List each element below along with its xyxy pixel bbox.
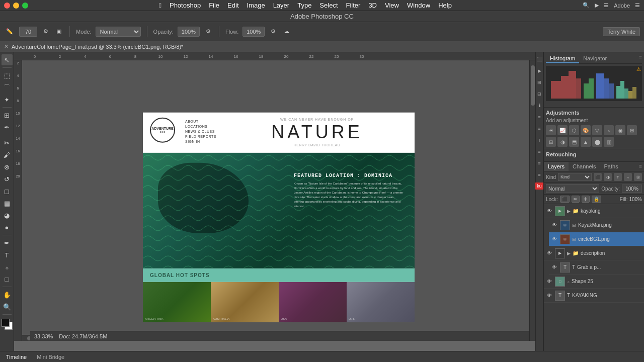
threshold-icon[interactable]: ▲ bbox=[581, 137, 591, 147]
eraser-tool[interactable]: ◻ bbox=[2, 186, 13, 197]
tab-layers[interactable]: Layers bbox=[544, 162, 569, 171]
layer-grab-p[interactable]: 👁 T T Grab a p... bbox=[549, 260, 644, 275]
channel-mixer-icon[interactable]: ⊞ bbox=[627, 125, 637, 135]
lock-all-btn[interactable]: 🔒 bbox=[592, 196, 601, 203]
brightness-contrast-icon[interactable]: ☀ bbox=[546, 125, 556, 135]
layer-description[interactable]: 👁 ▶ ▶ 📁 description bbox=[544, 246, 644, 260]
opacity-input[interactable] bbox=[178, 27, 200, 37]
lock-move-btn[interactable]: ✛ bbox=[582, 196, 590, 203]
menu-edit[interactable]: Edit bbox=[227, 2, 238, 9]
move-tool[interactable]: ↖ bbox=[2, 54, 13, 65]
vertical-scrollbar[interactable] bbox=[529, 60, 535, 341]
shape-tool[interactable]: □ bbox=[2, 274, 13, 285]
exposure-icon[interactable]: ⬡ bbox=[569, 125, 579, 135]
blend-mode-select[interactable]: Normal bbox=[546, 184, 599, 193]
text-tool[interactable]: T bbox=[2, 249, 13, 260]
clone-tool[interactable]: ⊗ bbox=[2, 161, 13, 172]
brush-shape-btn[interactable]: ▣ bbox=[54, 27, 63, 36]
crop-tool[interactable]: ⊞ bbox=[2, 110, 13, 121]
flow-btn[interactable]: ⚙ bbox=[269, 27, 278, 36]
menu-apple[interactable]:  bbox=[159, 2, 162, 9]
tab-timeline[interactable]: Timeline bbox=[4, 353, 29, 361]
rts-btn-10[interactable]: ≡ bbox=[536, 158, 543, 168]
curves-icon[interactable]: 📈 bbox=[557, 125, 568, 135]
menu-filter[interactable]: Filter bbox=[346, 2, 361, 9]
rts-btn-3[interactable]: ⊞ bbox=[536, 77, 543, 87]
user-badge[interactable]: Terry White bbox=[603, 27, 640, 36]
hand-tool[interactable]: ✋ bbox=[2, 289, 13, 300]
color-lookup-icon[interactable]: ⊟ bbox=[546, 137, 556, 147]
rts-btn-2[interactable]: ▶ bbox=[536, 66, 543, 76]
opacity-options-btn[interactable]: ⚙ bbox=[204, 27, 213, 36]
kind-select[interactable]: Kind bbox=[558, 173, 592, 181]
rts-btn-4[interactable]: ⊟ bbox=[536, 89, 543, 99]
vibrance-icon[interactable]: 🎨 bbox=[581, 125, 591, 135]
layer-circlebg[interactable]: 👁 ⊞ ⊞ circleBG1.png bbox=[549, 232, 644, 246]
color-balance-icon[interactable]: ⬦ bbox=[604, 125, 614, 135]
tab-mini-bridge[interactable]: Mini Bridge bbox=[35, 353, 66, 361]
tab-histogram[interactable]: Histogram bbox=[546, 54, 579, 63]
menu-image[interactable]: Image bbox=[247, 2, 265, 9]
menu-3d[interactable]: 3D bbox=[368, 2, 377, 9]
marquee-tool[interactable]: ⬚ bbox=[2, 70, 13, 81]
brush-tool[interactable]: 🖌 bbox=[2, 149, 13, 160]
patch-tool[interactable]: ✂ bbox=[2, 137, 13, 148]
dodge-tool[interactable]: ● bbox=[2, 222, 13, 233]
menu-window[interactable]: Window bbox=[407, 2, 430, 9]
layers-panel-menu[interactable]: ≡ bbox=[637, 162, 644, 171]
layer-vis-description[interactable]: 👁 bbox=[546, 250, 553, 257]
color-swatches[interactable] bbox=[2, 319, 13, 330]
filter-type-icon[interactable]: T bbox=[614, 173, 622, 181]
menu-file[interactable]: File bbox=[209, 2, 219, 9]
eyedropper-tool[interactable]: ✒ bbox=[2, 122, 13, 133]
close-button[interactable] bbox=[4, 3, 10, 9]
layer-shape25[interactable]: 👁 □ ⬦ Shape 25 bbox=[544, 275, 644, 289]
menu-layer[interactable]: Layer bbox=[273, 2, 290, 9]
posterize-icon[interactable]: ⬒ bbox=[569, 137, 579, 147]
filter-pixel-icon[interactable]: ⬛ bbox=[594, 173, 602, 181]
filter-smart-icon[interactable]: ⊞ bbox=[634, 173, 642, 181]
menu-photoshop[interactable]: Photoshop bbox=[170, 2, 201, 9]
rts-btn-9[interactable]: ≡ bbox=[536, 147, 543, 157]
pen-tool[interactable]: ✒ bbox=[2, 237, 13, 248]
zoom-tool[interactable]: 🔍 bbox=[2, 301, 13, 312]
rts-btn-11[interactable]: ≡ bbox=[536, 170, 543, 180]
invert-icon[interactable]: ◑ bbox=[557, 137, 568, 147]
layer-vis-grab[interactable]: 👁 bbox=[551, 264, 558, 271]
tab-paths[interactable]: Paths bbox=[600, 162, 622, 171]
brush-tool-btn[interactable]: ✏️ bbox=[4, 27, 15, 36]
layer-vis-kayaking-text[interactable]: 👁 bbox=[546, 292, 553, 299]
lasso-tool[interactable]: ⌒ bbox=[2, 82, 13, 93]
v-scroll-thumb[interactable] bbox=[531, 65, 535, 106]
opacity-input[interactable] bbox=[622, 185, 642, 193]
tab-navigator[interactable]: Navigator bbox=[579, 54, 611, 63]
menu-type[interactable]: Type bbox=[297, 2, 311, 9]
filter-adj-icon[interactable]: ◑ bbox=[604, 173, 612, 181]
history-brush-tool[interactable]: ↺ bbox=[2, 173, 13, 185]
mode-select[interactable]: Normal bbox=[96, 27, 141, 37]
lock-paint-btn[interactable]: ✏ bbox=[572, 196, 580, 203]
maximize-button[interactable] bbox=[22, 3, 28, 9]
gradient-map-icon[interactable]: ▥ bbox=[604, 137, 614, 147]
layer-kayaking[interactable]: 👁 ▶ ▶ 📁 kayaking bbox=[544, 204, 644, 218]
rts-btn-1[interactable]: ⬛ bbox=[536, 54, 543, 64]
flow-input[interactable] bbox=[243, 27, 265, 37]
tab-channels[interactable]: Channels bbox=[569, 162, 600, 171]
layer-kayaking-text[interactable]: 👁 T T KAYAKING bbox=[544, 289, 644, 303]
hsl-icon[interactable]: ▽ bbox=[592, 125, 602, 135]
doc-tab-close[interactable]: ✕ bbox=[4, 43, 9, 50]
menu-view[interactable]: View bbox=[385, 2, 399, 9]
brush-size-input[interactable] bbox=[19, 27, 37, 37]
histogram-options[interactable]: ≡ bbox=[639, 54, 642, 63]
layer-vis-shape25[interactable]: 👁 bbox=[546, 278, 553, 285]
rts-btn-8[interactable]: T bbox=[536, 135, 543, 145]
fg-color-swatch[interactable] bbox=[2, 319, 10, 327]
lock-pixels-btn[interactable]: ⬛ bbox=[560, 196, 570, 203]
path-tool[interactable]: ⬦ bbox=[2, 261, 13, 273]
layer-vis-circlebg[interactable]: 👁 bbox=[551, 236, 558, 243]
menu-help[interactable]: Help bbox=[438, 2, 452, 9]
rts-btn-6[interactable]: ≡ bbox=[536, 112, 543, 122]
layer-kayakman[interactable]: 👁 ⊞ ⊞ KayakMan.png bbox=[549, 218, 644, 232]
blur-tool[interactable]: ◕ bbox=[2, 210, 13, 221]
layer-vis-kayaking[interactable]: 👁 bbox=[546, 208, 553, 215]
